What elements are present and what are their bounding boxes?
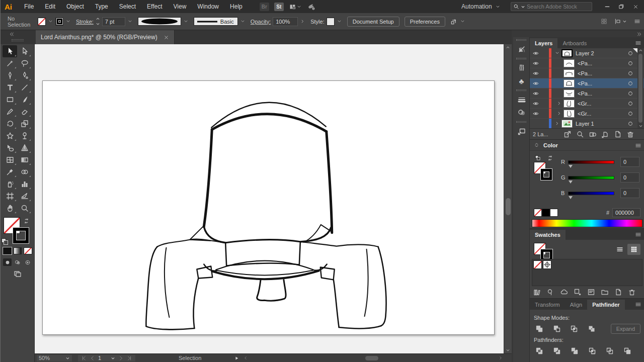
color-button[interactable]	[3, 247, 12, 254]
clipping-mask-icon[interactable]	[586, 130, 599, 138]
eye-icon[interactable]	[530, 60, 542, 66]
minimize-button[interactable]	[600, 0, 614, 13]
symbol-sprayer-tool[interactable]	[3, 178, 17, 190]
swap-fill-stroke-icon[interactable]	[547, 155, 553, 161]
direct-selection-tool[interactable]	[17, 45, 32, 57]
stock-button[interactable]: St	[274, 3, 284, 11]
panel-menu-icon[interactable]	[635, 301, 641, 308]
brush-definition-control[interactable]	[138, 17, 189, 26]
stroke-panel-icon[interactable]	[513, 93, 530, 106]
shape-builder-tool[interactable]	[3, 142, 17, 154]
none-button[interactable]	[24, 247, 32, 254]
collect-export-icon[interactable]	[561, 130, 574, 138]
new-color-group-icon[interactable]	[598, 288, 611, 296]
layers-row[interactable]: <Pa...	[530, 78, 644, 88]
stroke-weight-value[interactable]: 7 pt	[102, 17, 125, 26]
hex-value-field[interactable]: 000000	[612, 208, 640, 217]
rectangle-tool[interactable]	[3, 94, 17, 106]
layers-row[interactable]: <Gr...	[530, 99, 644, 109]
document-setup-button[interactable]: Document Setup	[347, 17, 399, 27]
chevron-down-icon[interactable]	[127, 19, 133, 24]
color-panel-header[interactable]: Color	[530, 140, 644, 151]
menu-window[interactable]: Window	[192, 1, 224, 12]
document-tab[interactable]: Lord Arianthus.png* @ 50% (RGB/Preview)	[36, 30, 175, 44]
layer-thumbnail[interactable]	[564, 69, 575, 77]
divide-icon[interactable]	[534, 346, 545, 356]
artboard-tool[interactable]	[3, 190, 17, 202]
swatch-none[interactable]	[533, 260, 542, 269]
dock-grip[interactable]	[12, 39, 24, 41]
green-slider[interactable]	[568, 176, 614, 179]
layers-row[interactable]: <Pa...	[530, 58, 644, 68]
blend-tool[interactable]	[17, 166, 32, 178]
red-value[interactable]: 0	[620, 157, 639, 167]
outline-icon[interactable]	[604, 346, 615, 356]
variable-width-profile-control[interactable]: Basic	[194, 17, 246, 26]
eye-icon[interactable]	[530, 70, 542, 76]
mesh-tool[interactable]	[3, 154, 17, 166]
panel-menu-icon[interactable]	[635, 40, 641, 46]
delete-icon[interactable]	[624, 130, 636, 138]
lasso-tool[interactable]	[17, 57, 32, 69]
artboard[interactable]	[42, 80, 495, 335]
new-swatch-icon[interactable]	[611, 288, 625, 296]
new-sublayer-icon[interactable]	[599, 130, 611, 138]
automation-menu[interactable]: Automation	[461, 0, 501, 13]
stock-search[interactable]	[511, 2, 592, 11]
trim-icon[interactable]	[551, 346, 562, 356]
eye-icon[interactable]	[530, 80, 542, 86]
stroke-color-well[interactable]	[13, 228, 29, 243]
chevron-right-icon[interactable]	[552, 121, 561, 126]
last-artboard-icon[interactable]	[127, 355, 132, 361]
puppet-warp-tool[interactable]	[17, 130, 32, 142]
dock-grip[interactable]	[516, 39, 526, 41]
brushes-panel-icon[interactable]	[513, 61, 530, 74]
layer-thumbnail[interactable]	[564, 100, 575, 108]
scroll-up-icon[interactable]	[506, 45, 510, 50]
vertical-scroll-thumb[interactable]	[506, 198, 511, 215]
target-circle-icon[interactable]	[627, 101, 633, 107]
width-tool[interactable]	[3, 130, 17, 142]
scale-tool[interactable]	[17, 118, 32, 130]
collapse-panel-icon[interactable]	[534, 142, 539, 148]
previous-artboard-icon[interactable]	[90, 355, 95, 361]
close-button[interactable]	[628, 0, 642, 13]
selection-tool[interactable]	[3, 45, 17, 57]
green-value[interactable]: 0	[620, 172, 639, 183]
layers-row[interactable]: <Pa...	[530, 88, 644, 99]
crop-icon[interactable]	[587, 346, 598, 356]
snap-options-control[interactable]	[450, 18, 465, 25]
horizontal-scroll-thumb[interactable]	[365, 356, 378, 360]
fill-control[interactable]	[38, 18, 71, 26]
layer-thumbnail[interactable]	[561, 49, 573, 57]
draw-behind-button[interactable]	[13, 258, 22, 266]
stroke-swatch[interactable]	[55, 18, 63, 26]
layer-thumbnail[interactable]	[564, 59, 575, 67]
fill-swatch-none[interactable]	[38, 18, 46, 26]
target-circle-icon[interactable]	[627, 70, 633, 76]
collapse-left-dock-icon[interactable]	[9, 31, 15, 37]
expand-button[interactable]: Expand	[611, 324, 640, 334]
opacity-link[interactable]: Opacity:	[251, 19, 271, 25]
libraries-icon[interactable]	[543, 288, 557, 296]
swatch-registration[interactable]	[543, 260, 551, 269]
arrange-documents-button[interactable]	[614, 18, 627, 25]
layers-row[interactable]: <Pa...	[530, 68, 644, 78]
chevron-down-icon[interactable]	[337, 19, 342, 24]
eyedropper-tool[interactable]	[3, 166, 17, 178]
layer-name[interactable]: Layer 2	[576, 50, 594, 56]
intersect-icon[interactable]	[569, 324, 580, 334]
layer-name[interactable]: <Pa...	[578, 90, 592, 97]
blue-slider[interactable]	[568, 192, 614, 195]
swatch-options-icon[interactable]	[584, 288, 598, 296]
target-circle-icon[interactable]	[627, 111, 633, 117]
eye-icon[interactable]	[530, 111, 542, 117]
style-swatch[interactable]	[327, 18, 335, 26]
gradient-panel-icon[interactable]	[513, 43, 530, 56]
eye-icon[interactable]	[530, 90, 542, 97]
menu-help[interactable]: Help	[225, 1, 248, 12]
none-swatch[interactable]	[534, 209, 542, 217]
red-slider[interactable]	[568, 160, 614, 164]
hand-tool[interactable]	[3, 202, 17, 214]
scroll-down-icon[interactable]	[506, 348, 510, 352]
